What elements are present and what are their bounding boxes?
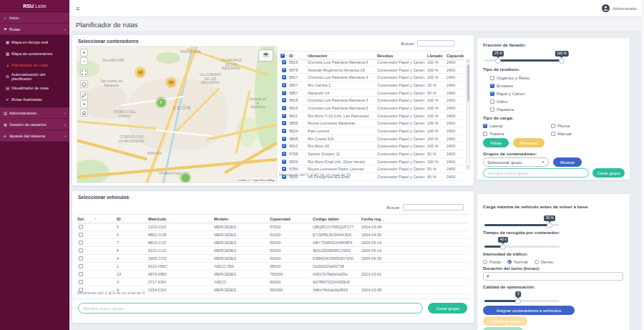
row-checkbox[interactable] — [79, 272, 83, 276]
group-select[interactable]: Seleccionar grupo ▼ — [483, 157, 549, 167]
sidebar-item-rutas[interactable]: ⚑ Rutas › — [0, 24, 69, 35]
filter-button[interactable]: Filtrar — [483, 138, 509, 147]
select-all-checkbox[interactable]: ✔ — [280, 54, 285, 58]
vehicle-row[interactable]: 5 2103-CSX MERCEDES 57000 UBQRO2J7M6Q2P1… — [77, 223, 469, 231]
container-row[interactable]: ✔ 5816 Cronista Luis Pastrana Manzana 5 … — [279, 105, 464, 112]
map-cluster[interactable]: 15 — [165, 77, 177, 88]
sidebar-item-visualizador[interactable]: ▤ Visualizador de rutas — [0, 82, 69, 94]
row-checkbox[interactable]: ✔ — [282, 137, 286, 141]
residue-type-option[interactable]: Vidrio — [490, 97, 530, 105]
quality-slider[interactable]: 3 — [484, 300, 560, 302]
container-row[interactable]: ✔ 5878 Asturias Regimiento Almansa 19 Co… — [279, 67, 464, 74]
new-group-input[interactable] — [483, 168, 589, 178]
row-checkbox[interactable]: ✔ — [282, 114, 286, 118]
container-row[interactable]: ✔ 5798 Santos Ovejero 11 Contenedor Pape… — [279, 150, 464, 158]
vehicle-row[interactable]: 3 2717-KRX IVECO 60000 647856702244259cf… — [77, 278, 469, 286]
scrollbar-thumb[interactable] — [467, 64, 470, 102]
row-checkbox[interactable]: ✔ — [282, 160, 286, 164]
user-avatar[interactable] — [602, 4, 610, 12]
reset-button[interactable]: Resetear — [513, 138, 545, 147]
vehicle-row[interactable]: 7 8824-CVZ MERCEDES 56000 ABY7X0R4C2H8K8… — [77, 239, 469, 247]
row-checkbox[interactable] — [79, 248, 83, 253]
container-row[interactable]: ✔ 5805 Reyes Leoneses Matanzas Contenedo… — [279, 120, 464, 127]
container-row[interactable]: ✔ 5807 Rio Camba 2 Contenedor Papel y Ca… — [279, 82, 464, 89]
show-group-button[interactable]: Mostrar — [553, 157, 582, 167]
load-type-option[interactable]: Pluma — [551, 122, 623, 130]
row-checkbox[interactable]: ✔ — [282, 152, 286, 156]
layers-control-button[interactable] — [258, 49, 273, 62]
container-row[interactable]: ✔ 5808 Rio Cueza S/N Contenedor Papel y … — [279, 135, 464, 143]
optimize-routes-button[interactable]: Optimizar rutas — [483, 316, 527, 326]
residue-type-option[interactable]: ✔ Envases — [490, 82, 530, 89]
sidebar-item-mapa-tiempo-real[interactable]: ▣ Mapa en tiempo real — [0, 37, 69, 48]
scroll-down-icon[interactable]: ▼ — [467, 165, 469, 169]
scroll-up-icon[interactable]: ▲ — [467, 59, 469, 63]
map-cluster[interactable] — [180, 172, 191, 183]
row-checkbox[interactable]: ✔ — [282, 68, 286, 72]
sort-asc-icon[interactable]: ↑ — [94, 217, 97, 221]
container-row[interactable]: ✔ 5815 Cronista Luis Pastrana Manzana 6 … — [279, 59, 464, 67]
row-checkbox[interactable]: ✔ — [282, 129, 286, 133]
zoom-out-button[interactable]: − — [80, 57, 88, 65]
search-input[interactable] — [417, 40, 454, 47]
container-row[interactable]: ✔ 5818 Cronista Luis Pastrana Manzana 3 … — [279, 97, 464, 105]
load-type-option[interactable]: Trasera — [483, 130, 551, 137]
sidebar-item-automatizacion[interactable]: ⚙ Automatización del planificador — [0, 71, 69, 82]
fill-max-handle[interactable]: 100 % — [559, 58, 565, 64]
traffic-option[interactable]: Fluido — [483, 258, 501, 266]
row-checkbox[interactable]: ✔ — [282, 167, 286, 171]
row-checkbox[interactable] — [79, 241, 83, 245]
residue-type-option[interactable]: Orgánico y Resto — [490, 74, 530, 82]
save-routes-button[interactable]: Guardar rutas — [483, 327, 523, 330]
load-type-option[interactable]: ✔ Lateral — [483, 122, 551, 130]
row-checkbox[interactable]: ✔ — [282, 121, 286, 125]
sidebar-item-inicio[interactable]: ⌂ Inicio — [0, 12, 69, 24]
shift-duration-input[interactable] — [483, 272, 623, 281]
row-checkbox[interactable]: ✔ — [282, 91, 286, 95]
vehicle-row[interactable]: 8 9152-CVZ MERCEDES 52000 IBA1Z0D8S5R1VS… — [77, 247, 469, 255]
container-row[interactable]: ✔ 5824 Pais Leones Contenedor Papel y Ca… — [279, 127, 464, 135]
vehicle-row[interactable]: 1 6101-HWC IVECO 500 58000 f3c962b2faf92… — [77, 263, 469, 271]
assign-containers-button[interactable]: Asignar contenedores a vehículos — [483, 306, 575, 315]
delete-layers-button[interactable] — [80, 109, 88, 117]
residue-type-option[interactable]: ✔ Papel y Cartón — [490, 89, 530, 97]
vehicle-row[interactable]: 6 8852-CVR MERCEDES 61000 E7JSP6L8VSN4X3… — [77, 231, 469, 239]
new-group-input[interactable] — [78, 303, 423, 314]
traffic-option[interactable]: Denso — [535, 258, 553, 266]
row-checkbox[interactable]: ✔ — [282, 60, 286, 64]
fullscreen-button[interactable] — [80, 69, 88, 77]
container-row[interactable]: ✔ 5810 Rio Moro 30 Contenedor Papel y Ca… — [279, 142, 464, 150]
container-row[interactable]: ✔ 5857 Nazareth 14 Contenedor Papel y Ca… — [279, 89, 464, 97]
edit-layers-button[interactable] — [80, 92, 88, 100]
search-input[interactable] — [403, 204, 464, 210]
add-marker-button[interactable]: + — [80, 100, 88, 108]
row-checkbox[interactable] — [79, 233, 83, 237]
containers-scrollbar[interactable]: ▲ ▼ — [466, 59, 470, 170]
create-group-button[interactable]: Crear grupo — [428, 303, 467, 314]
sidebar-item-rutas-finalizadas[interactable]: ✔ Rutas finalizadas — [0, 94, 69, 105]
page-scrollbar-area[interactable] — [641, 0, 644, 330]
zoom-in-button[interactable]: + — [80, 49, 88, 57]
row-checkbox[interactable] — [79, 225, 83, 229]
row-checkbox[interactable] — [79, 264, 83, 268]
sidebar-item-planificador[interactable]: ▲ Planificador de rutas — [0, 59, 69, 71]
menu-toggle-icon[interactable]: ≡ — [76, 5, 79, 12]
sidebar-item-ajustes[interactable]: ≡ Ajustes del sistema › — [0, 130, 69, 142]
sort-asc-icon[interactable]: ↑ — [286, 54, 288, 58]
row-checkbox[interactable]: ✔ — [282, 144, 286, 148]
pickup-time-handle[interactable]: 40 s — [500, 244, 506, 250]
sidebar-item-administracion[interactable]: ▥ Administración › — [0, 107, 69, 119]
row-checkbox[interactable]: ✔ — [282, 75, 286, 79]
sidebar-item-mapa-contenedores[interactable]: ▦ Mapa de contenedores — [0, 48, 69, 59]
container-row[interactable]: ✔ 5809 Rio Moro Final Urb. (Soto Verde) … — [279, 158, 464, 166]
container-row[interactable]: ✔ 5817 Cronista Luis Pastrana Manzana 4 … — [279, 74, 464, 82]
container-row[interactable]: ✔ 5811 Rio Moro T-10 (Urb. Las Palmeras)… — [279, 112, 464, 120]
vehicle-row[interactable]: 9 2665-CXS MERCEDES 60000 KSB6G4C5M9S8YS… — [77, 255, 469, 263]
fill-min-handle[interactable]: 25 % — [495, 58, 501, 64]
user-name[interactable]: Administrado — [613, 6, 637, 11]
quality-handle[interactable]: 3 — [515, 299, 521, 304]
map-cluster[interactable]: 14 — [135, 67, 146, 78]
row-checkbox[interactable] — [79, 256, 83, 261]
map[interactable]: VILLABALTER San Andrés del Rabanedo NAVA… — [77, 46, 278, 183]
residue-type-option[interactable]: Papelera — [490, 105, 530, 113]
